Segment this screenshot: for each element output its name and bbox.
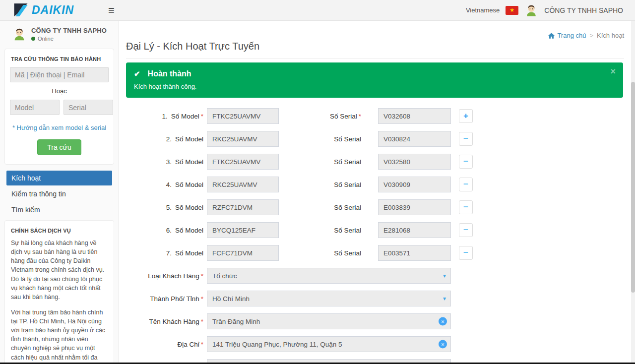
home-icon <box>548 33 555 39</box>
policy-paragraph: Với hai trung tâm bảo hành chính tại TP.… <box>11 308 108 364</box>
model-label: Số Model <box>175 135 203 143</box>
alert-title: Hoàn thành <box>148 69 191 78</box>
alert-close-icon[interactable]: × <box>610 67 616 76</box>
breadcrumb-current: Kích hoạt <box>597 32 624 39</box>
serial-input[interactable] <box>378 177 451 192</box>
customer-fields: Loại Khách Hàng* ▾ Thành Phố/ Tỉnh* ▾ Tê… <box>126 268 624 364</box>
customer-field-row: Địa Chỉ* ✕ <box>126 336 624 352</box>
daikin-logo: DAIKIN <box>0 3 99 17</box>
customer-field-row: Thành Phố/ Tỉnh* ▾ <box>126 291 624 306</box>
field-input[interactable] <box>207 268 451 284</box>
row-index: 4. <box>166 181 172 188</box>
brand-wordmark: DAIKIN <box>32 3 74 17</box>
service-policy-card: CHÍNH SÁCH DỊCH VỤ Sự hài lòng của khách… <box>4 220 114 364</box>
model-input[interactable] <box>207 131 279 147</box>
row-index: 3. <box>166 158 172 166</box>
required-asterisk: * <box>201 295 203 303</box>
policy-paragraph: Sự hài lòng của khách hàng về dịch vụ sa… <box>11 239 108 302</box>
serial-input[interactable] <box>378 131 451 147</box>
model-input[interactable] <box>207 108 279 124</box>
daikin-logo-icon <box>14 3 29 17</box>
model-input[interactable] <box>207 222 279 238</box>
field-label: Địa Chỉ <box>177 341 199 348</box>
model-label: Số Model <box>175 227 203 234</box>
serial-label: Số Serial <box>334 227 361 234</box>
model-label: Số Model <box>175 249 203 257</box>
sidebar-nav-item[interactable]: Kích hoạt <box>6 171 112 185</box>
field-input[interactable] <box>207 313 451 329</box>
scrollbar-thumb[interactable] <box>631 82 635 293</box>
model-label: Số Model <box>175 158 203 166</box>
field-input[interactable] <box>207 336 451 352</box>
model-label: Số Model <box>171 113 199 120</box>
serial-label: Số Serial <box>334 181 361 188</box>
required-asterisk: * <box>359 113 361 120</box>
online-status-label: Online <box>38 36 54 42</box>
scrollbar[interactable] <box>631 21 635 364</box>
model-input[interactable] <box>207 154 279 170</box>
serial-input[interactable] <box>378 222 451 238</box>
clear-field-icon[interactable]: ✕ <box>439 317 447 326</box>
model-input[interactable] <box>207 177 279 192</box>
breadcrumb-separator: > <box>589 32 593 39</box>
device-row: 1.Số Model* Số Serial* + <box>126 108 624 124</box>
model-lookup-input[interactable] <box>10 100 60 115</box>
remove-row-button[interactable]: − <box>459 223 473 237</box>
sidebar-nav-item[interactable]: Kiểm tra thông tin <box>6 186 112 201</box>
serial-lookup-input[interactable] <box>64 100 113 115</box>
model-input[interactable] <box>207 199 279 215</box>
online-dot-icon <box>31 37 35 41</box>
model-label: Số Model <box>175 181 203 188</box>
sidebar-user-name: CÔNG TY TNHH SAPHO <box>31 27 107 34</box>
customer-field-row: Loại Khách Hàng* ▾ <box>126 268 624 284</box>
serial-input[interactable] <box>378 199 451 215</box>
breadcrumb-home-link[interactable]: Trang chủ <box>548 32 586 39</box>
row-index: 1. <box>162 113 167 120</box>
serial-label: Số Serial <box>330 113 357 120</box>
vietnam-flag-icon[interactable]: ★ <box>506 6 518 15</box>
online-status: Online <box>31 36 107 42</box>
remove-row-button[interactable]: − <box>459 178 473 191</box>
model-label: Số Model <box>175 204 203 211</box>
user-avatar[interactable] <box>524 3 538 17</box>
success-alert: ✔ Hoàn thành Kích hoạt thành công. × <box>126 62 623 98</box>
header-user-name[interactable]: CÔNG TY TNHH SAPHO <box>544 6 623 14</box>
device-row: 5.Số Model Số Serial − <box>126 199 624 215</box>
or-label: Hoặc <box>10 87 109 95</box>
warranty-lookup-card: TRA CỨU THÔNG TIN BẢO HÀNH Hoặc * Hướng … <box>4 49 114 165</box>
title-divider <box>126 58 624 59</box>
customer-field-row: Tên Khách Hàng* ✕ <box>126 313 624 329</box>
row-index: 6. <box>166 227 172 234</box>
model-input[interactable] <box>207 245 279 261</box>
required-asterisk: * <box>201 341 203 348</box>
serial-label: Số Serial <box>334 135 361 143</box>
device-row: 4.Số Model Số Serial − <box>126 177 624 192</box>
remove-row-button[interactable]: − <box>459 200 473 214</box>
serial-input[interactable] <box>378 108 451 124</box>
add-row-button[interactable]: + <box>459 109 473 123</box>
remove-row-button[interactable]: − <box>459 132 473 146</box>
serial-input[interactable] <box>378 154 451 170</box>
remove-row-button[interactable]: − <box>459 246 473 260</box>
policy-card-title: CHÍNH SÁCH DỊCH VỤ <box>11 228 109 234</box>
breadcrumb: Trang chủ > Kích hoạt <box>548 32 624 39</box>
field-label: Tên Khách Hàng <box>149 318 199 325</box>
serial-input[interactable] <box>378 245 451 261</box>
sidebar-nav-item[interactable]: Tìm kiếm <box>6 202 112 217</box>
field-input[interactable] <box>207 291 451 306</box>
device-row: 6.Số Model Số Serial − <box>126 222 624 238</box>
alert-message: Kích hoạt thành công. <box>134 83 615 90</box>
lookup-code-input[interactable] <box>10 67 109 82</box>
model-serial-guide-link[interactable]: * Hướng dẫn xem model & serial <box>10 124 109 131</box>
row-index: 5. <box>166 204 172 211</box>
row-index: 7. <box>166 249 172 257</box>
lookup-card-title: TRA CỨU THÔNG TIN BẢO HÀNH <box>11 56 109 62</box>
language-selector[interactable]: Vietnamese <box>466 6 500 14</box>
lookup-button[interactable]: Tra cứu <box>37 139 81 155</box>
clear-field-icon[interactable]: ✕ <box>439 340 447 349</box>
field-label: Loại Khách Hàng <box>148 272 199 280</box>
sidebar-user-panel: CÔNG TY TNHH SAPHO Online <box>0 24 119 46</box>
remove-row-button[interactable]: − <box>459 155 473 169</box>
hamburger-menu-icon[interactable]: ≡ <box>108 5 115 16</box>
device-row: 3.Số Model Số Serial − <box>126 154 624 170</box>
